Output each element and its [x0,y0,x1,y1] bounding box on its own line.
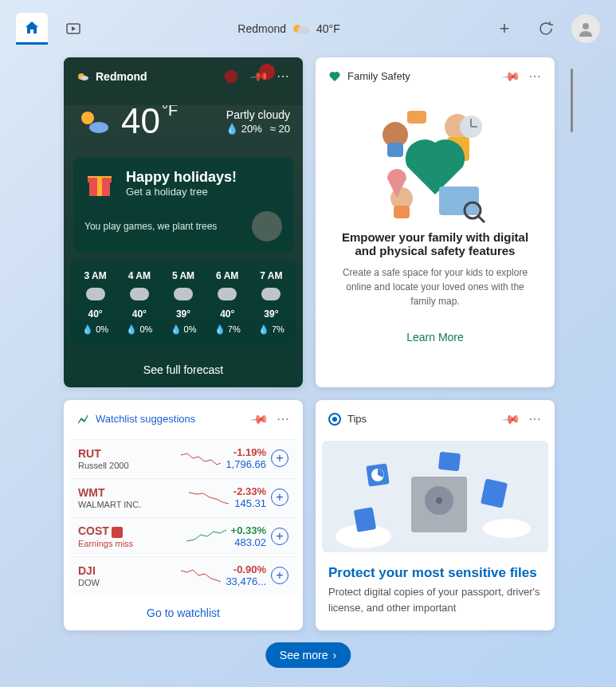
weather-condition-icon [77,104,112,139]
gift-icon [84,168,115,198]
tips-icon [328,413,341,426]
svg-point-5 [80,76,88,80]
tips-title: Tips [347,413,367,425]
tips-illustration [322,441,548,552]
svg-rect-36 [354,507,376,532]
cloud-icon [218,288,237,300]
more-icon[interactable]: ⋯ [528,69,542,84]
holiday-title: Happy holidays! [126,169,237,186]
precip-value: 💧 20% [226,123,262,135]
stock-row[interactable]: DJIDOW -0.90%33,476... + [69,556,298,594]
topbar-temp: 40°F [316,22,340,35]
svg-rect-10 [97,176,102,196]
add-stock-button[interactable]: + [271,567,288,584]
cloud-icon [261,288,281,300]
topbar-weather[interactable]: Redmond 40°F [99,21,479,37]
svg-point-6 [81,112,94,124]
chevron-right-icon: › [333,649,337,661]
add-stock-button[interactable]: + [271,449,288,467]
see-more-button[interactable]: See more › [265,642,351,668]
family-illustration [316,95,555,230]
watchlist-widget: Watchlist suggestions 📌 ⋯ RUTRussell 200… [64,400,303,630]
tips-description: Protect digital copies of your passport,… [316,584,555,626]
video-button[interactable] [57,13,89,45]
stock-row[interactable]: RUTRussell 2000 -1.19%1,796.66 + [69,439,298,477]
topbar-location: Redmond [237,22,286,35]
svg-rect-13 [387,143,403,157]
holiday-text: You play games, we plant trees [84,221,217,232]
chart-icon [77,413,89,426]
cloud-icon [130,288,149,300]
svg-point-7 [89,122,108,133]
svg-line-20 [478,216,485,222]
holiday-subtitle: Get a holiday tree [126,186,237,198]
family-safety-widget: Family Safety 📌 ⋯ Empower your family wi… [316,57,555,387]
family-description: Create a safe space for your kids to exp… [316,257,555,316]
learn-more-link[interactable]: Learn More [316,316,555,358]
svg-point-2 [297,26,310,34]
holiday-promo[interactable]: Happy holidays! Get a holiday tree You p… [73,157,293,253]
svg-rect-24 [407,111,426,124]
heart-icon [328,70,341,83]
family-title: Family Safety [347,70,410,82]
add-stock-button[interactable]: + [271,528,288,545]
plant-icon [252,211,282,241]
stock-row[interactable]: WMTWALMART INC. -2.33%145.31 + [69,478,298,516]
earnings-badge-icon [112,527,123,538]
cloud-icon [86,288,105,300]
svg-point-26 [332,417,337,422]
user-avatar-button[interactable] [571,14,600,43]
go-to-watchlist-link[interactable]: Go to watchlist [64,595,303,630]
svg-point-3 [583,23,589,29]
svg-rect-34 [438,452,461,472]
add-stock-button[interactable]: + [271,489,288,506]
pin-icon[interactable]: 📌 [249,65,269,86]
scrollbar[interactable] [571,69,573,132]
svg-rect-17 [394,206,410,218]
more-icon[interactable]: ⋯ [528,411,542,426]
home-button[interactable] [16,13,48,45]
full-forecast-link[interactable]: See full forecast [64,352,303,387]
add-button[interactable]: + [488,13,520,45]
weather-widget: Redmond 📌 ⋯ 40 °F Partly cloudy 💧 20% ≈ … [64,57,303,387]
weather-location: Redmond [96,70,147,83]
stock-row[interactable]: COSTEarnings miss +0.33%483.02 + [69,517,298,555]
hour-col[interactable]: 7 AM39°💧 7% [249,270,293,335]
cloud-icon [174,288,193,300]
svg-point-31 [436,497,442,504]
pin-icon[interactable]: 📌 [249,408,269,429]
hour-col[interactable]: 5 AM39°💧 0% [161,270,205,335]
more-icon[interactable]: ⋯ [277,411,290,426]
svg-rect-35 [481,478,508,508]
watchlist-title: Watchlist suggestions [96,413,195,425]
svg-rect-18 [439,186,479,215]
hour-col[interactable]: 4 AM40°💧 0% [117,270,161,335]
hour-col[interactable]: 6 AM40°💧 7% [206,270,249,335]
pin-icon[interactable]: 📌 [500,408,521,429]
svg-point-28 [483,519,531,538]
hour-col[interactable]: 3 AM40°💧 0% [73,270,117,335]
sparkline [189,488,229,507]
svg-rect-11 [88,176,112,178]
tips-widget: Tips 📌 ⋯ Protect your most sensitive fil… [316,400,555,630]
sparkline [181,449,221,468]
family-heading: Empower your family with digital and phy… [316,230,555,257]
more-icon[interactable]: ⋯ [277,69,290,84]
hourly-forecast: 3 AM40°💧 0% 4 AM40°💧 0% 5 AM39°💧 0% 6 AM… [70,261,296,344]
sparkline [181,566,221,585]
weather-condition: Partly cloudy [226,108,290,121]
pin-icon[interactable]: 📌 [500,65,521,86]
refresh-button[interactable] [530,13,562,45]
current-temp: 40 [121,101,160,141]
sparkline [186,527,226,546]
tips-heading: Protect your most sensitive files [316,555,555,584]
wind-value: ≈ 20 [270,123,290,135]
